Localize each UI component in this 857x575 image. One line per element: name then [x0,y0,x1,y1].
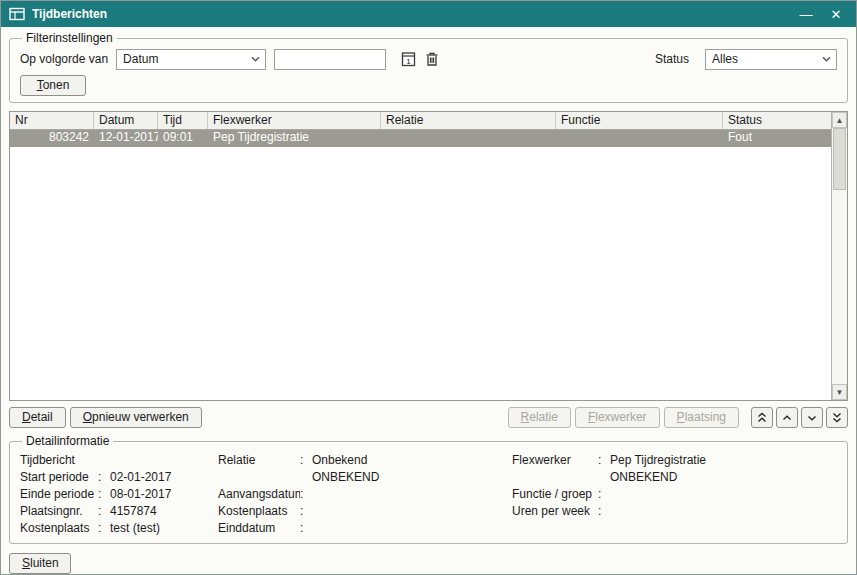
detail-button[interactable]: Detail [9,407,66,428]
detail-group: Detailinformatie Tijdbericht Start perio… [9,434,848,544]
double-chevron-down-icon [832,412,842,423]
info-row: Start periode : 02-01-2017 [20,469,218,486]
flexwerker-button[interactable]: Flexwerker [575,407,660,428]
status-label: Status [655,52,689,66]
action-row: Detail Opnieuw verwerken Relatie Flexwer… [9,407,848,428]
window-title: Tijdberichten [32,7,794,21]
chevron-down-icon [807,414,817,422]
info-row: Plaatsingnr. : 4157874 [20,503,218,520]
detail-grid: Tijdbericht Start periode : 02-01-2017 E… [20,452,837,537]
info-row: Einde periode : 08-01-2017 [20,486,218,503]
filter-row: Op volgorde van Datum 1 [20,48,837,70]
order-select[interactable]: Datum [116,49,266,70]
scrollbar-track[interactable] [832,128,847,384]
order-select-value: Datum [123,52,249,66]
next-record-button[interactable] [801,407,823,428]
detail-column-2: Relatie : Onbekend ONBEKEND Aanvangsdatu… [218,452,512,537]
svg-text:1: 1 [406,57,411,66]
cell-flexwerker: Pep Tijdregistratie [208,130,381,147]
detail-column-1: Tijdbericht Start periode : 02-01-2017 E… [20,452,218,537]
col-header-datum[interactable]: Datum [94,112,158,129]
info-row: Tijdbericht [20,452,218,469]
cell-status: Fout [723,130,831,147]
chevron-down-icon [820,56,832,62]
scroll-down-icon[interactable]: ▼ [832,384,847,400]
table-row[interactable]: 803242 12-01-2017 09:01 Pep Tijdregistra… [10,130,831,147]
scrollbar-thumb[interactable] [833,128,846,190]
window-body: Filterinstellingen Op volgorde van Datum [1,27,856,575]
info-row: Functie / groep : [512,486,837,503]
calendar-icon: 1 [401,51,416,67]
relatie-button[interactable]: Relatie [508,407,571,428]
tijdberichten-window: Tijdberichten — ✕ Filterinstellingen Op … [0,0,857,575]
col-header-nr[interactable]: Nr [10,112,94,129]
info-row: Aanvangsdatum : [218,486,512,503]
cell-nr: 803242 [10,130,94,147]
cell-relatie [381,130,556,147]
table-empty-area [10,147,831,400]
detail-group-label: Detailinformatie [22,434,113,448]
info-row: Uren per week : [512,503,837,520]
info-row: Flexwerker : Pep Tijdregistratie [512,452,837,469]
reprocess-button[interactable]: Opnieuw verwerken [70,407,202,428]
chevron-up-icon [782,414,792,422]
filter-group-label: Filterinstellingen [22,31,117,45]
info-row: Kostenplaats : test (test) [20,520,218,537]
calendar-button[interactable]: 1 [396,48,420,70]
filter-group: Filterinstellingen Op volgorde van Datum [9,31,848,103]
col-header-tijd[interactable]: Tijd [158,112,208,129]
first-record-button[interactable] [751,407,773,428]
vertical-scrollbar[interactable]: ▲ ▼ [831,112,847,400]
chevron-down-icon [249,56,261,62]
trash-icon [425,51,439,67]
table-main: Nr Datum Tijd Flexwerker Relatie Functie… [10,112,831,400]
previous-record-button[interactable] [776,407,798,428]
minimize-icon[interactable]: — [794,7,818,22]
info-row: Kostenplaats : [218,503,512,520]
cell-functie [556,130,723,147]
scroll-up-icon[interactable]: ▲ [832,112,847,128]
clear-date-button[interactable] [420,48,444,70]
col-header-functie[interactable]: Functie [556,112,723,129]
plaatsing-button[interactable]: Plaatsing [664,407,739,428]
messages-table: Nr Datum Tijd Flexwerker Relatie Functie… [9,111,848,401]
col-header-relatie[interactable]: Relatie [381,112,556,129]
bottom-row: Sluiten [9,553,848,574]
order-label: Op volgorde van [20,52,108,66]
window-icon [9,7,25,21]
close-icon[interactable]: ✕ [824,7,848,22]
info-row: Einddatum : [218,520,512,537]
double-chevron-up-icon [757,412,767,423]
info-row: Relatie : Onbekend [218,452,512,469]
status-select-value: Alles [712,52,820,66]
detail-column-3: Flexwerker : Pep Tijdregistratie ONBEKEN… [512,452,837,537]
tonen-button[interactable]: Tonen [20,75,86,96]
info-row: ONBEKEND [512,469,837,486]
last-record-button[interactable] [826,407,848,428]
col-header-status[interactable]: Status [723,112,831,129]
filter-search-input[interactable] [274,49,386,70]
col-header-flexwerker[interactable]: Flexwerker [208,112,381,129]
titlebar: Tijdberichten — ✕ [1,1,856,27]
cell-tijd: 09:01 [158,130,208,147]
info-row: ONBEKEND [218,469,512,486]
sluiten-button[interactable]: Sluiten [9,553,71,574]
table-header: Nr Datum Tijd Flexwerker Relatie Functie… [10,112,831,130]
cell-datum: 12-01-2017 [94,130,158,147]
status-select[interactable]: Alles [705,49,837,70]
record-navigation [751,407,848,428]
